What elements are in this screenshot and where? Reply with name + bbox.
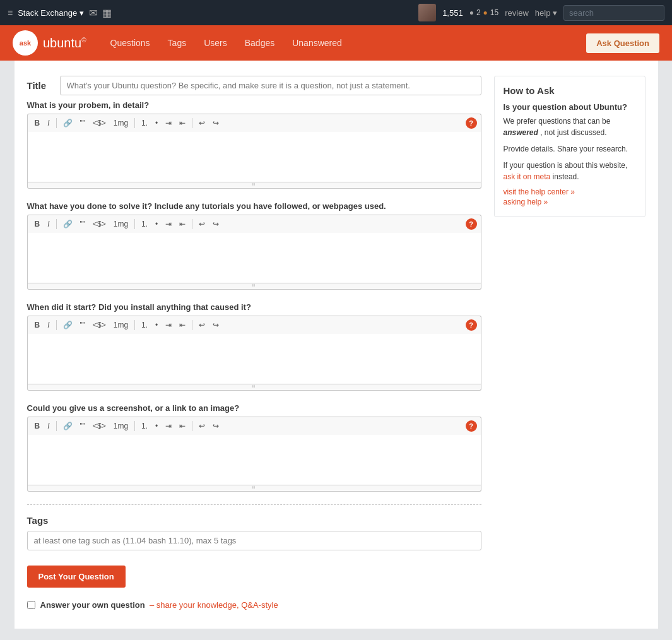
help-button-2[interactable]: ? (466, 218, 477, 230)
italic-button-1[interactable]: I (44, 117, 52, 129)
stack-exchange-switcher[interactable]: Stack Exchange ▾ (18, 8, 84, 18)
redo-button-1[interactable]: ↪ (209, 117, 222, 129)
review-link[interactable]: review (505, 8, 529, 18)
editor-toolbar-4: B I 🔗 "" <$> 1mg 1. • ⇥ ⇤ ↩ ↪ ? (27, 417, 481, 435)
link-button-4[interactable]: 🔗 (60, 420, 76, 432)
redo-button-3[interactable]: ↪ (209, 319, 222, 331)
code-button-1[interactable]: <$> (90, 117, 109, 129)
undo-button-2[interactable]: ↩ (196, 218, 208, 230)
problem-detail-section: What is your probem, in detail? B I 🔗 ""… (27, 100, 481, 189)
editor-resize-4[interactable]: ⠿ (27, 485, 481, 492)
ol-button-1[interactable]: 1. (138, 117, 151, 129)
silver-badge-count: 2 (476, 8, 481, 17)
link-button-3[interactable]: 🔗 (60, 319, 76, 331)
asking-help-link[interactable]: asking help » (504, 198, 636, 206)
ul-button-4[interactable]: • (152, 420, 161, 432)
nav-badges[interactable]: Badges (236, 25, 283, 61)
code-button-4[interactable]: <$> (90, 420, 109, 432)
section4-label: Could you give us a screenshot, or a lin… (27, 403, 481, 413)
nav-questions[interactable]: Questions (102, 25, 159, 61)
ol-button-3[interactable]: 1. (138, 319, 151, 331)
blockquote-button-3[interactable]: "" (77, 319, 89, 331)
outdent-button-3[interactable]: ⇤ (176, 319, 189, 331)
separator (56, 219, 57, 229)
code-button-2[interactable]: <$> (90, 218, 109, 230)
editor-resize-2[interactable]: ⠿ (27, 283, 481, 290)
user-reputation: 1,551 (442, 8, 463, 18)
italic-button-4[interactable]: I (44, 420, 52, 432)
indent-button-2[interactable]: ⇥ (162, 218, 175, 230)
user-badges: ● 2 ● 15 (469, 8, 499, 17)
help-button-4[interactable]: ? (466, 420, 477, 432)
avatar[interactable] (418, 4, 436, 21)
blockquote-button-1[interactable]: "" (77, 117, 89, 129)
how-to-ask-text3: If your question is about this website, … (504, 160, 636, 182)
editor-area-4[interactable] (27, 435, 481, 485)
help-link[interactable]: help ▾ (535, 8, 557, 18)
ol-button-2[interactable]: 1. (138, 218, 151, 230)
bold-button-1[interactable]: B (32, 117, 44, 129)
editor-area-1[interactable] (27, 132, 481, 182)
help-button-3[interactable]: ? (466, 319, 477, 331)
outdent-button-4[interactable]: ⇤ (176, 420, 189, 432)
site-logo[interactable]: ask (13, 30, 38, 56)
outdent-button-2[interactable]: ⇤ (176, 218, 189, 230)
link-button-1[interactable]: 🔗 (60, 117, 76, 129)
editor-area-3[interactable] (27, 334, 481, 384)
bronze-badge-count: 15 (490, 8, 498, 17)
help-button-1[interactable]: ? (466, 117, 477, 129)
title-input[interactable] (60, 76, 481, 95)
answer-own-qa-link[interactable]: – share your knowledge, Q&A-style (150, 600, 278, 610)
achievements-icon[interactable]: ▦ (102, 7, 112, 19)
redo-button-4[interactable]: ↪ (209, 420, 222, 432)
editor-area-2[interactable] (27, 233, 481, 283)
indent-button-3[interactable]: ⇥ (162, 319, 175, 331)
search-input[interactable] (563, 5, 664, 21)
link-button-2[interactable]: 🔗 (60, 218, 76, 230)
redo-button-2[interactable]: ↪ (209, 218, 222, 230)
editor-resize-3[interactable]: ⠿ (27, 384, 481, 391)
nav-unanswered[interactable]: Unanswered (283, 25, 351, 61)
bold-button-2[interactable]: B (32, 218, 44, 230)
nav-users[interactable]: Users (195, 25, 236, 61)
indent-button-1[interactable]: ⇥ (162, 117, 175, 129)
ul-button-2[interactable]: • (152, 218, 161, 230)
code-button-3[interactable]: <$> (90, 319, 109, 331)
help-center-link[interactable]: visit the help center » (504, 187, 636, 196)
inbox-icon[interactable]: ✉ (89, 7, 97, 19)
stack-exchange-arrow: ▾ (80, 8, 84, 18)
image-button-3[interactable]: 1mg (110, 319, 131, 331)
image-button-1[interactable]: 1mg (110, 117, 131, 129)
bronze-badge-icon: ● (483, 8, 488, 17)
top-bar-right: 1,551 ● 2 ● 15 review help ▾ (418, 4, 664, 21)
editor-resize-1[interactable]: ⠿ (27, 182, 481, 189)
nav-tags[interactable]: Tags (159, 25, 196, 61)
post-question-button[interactable]: Post Your Question (27, 566, 126, 588)
undo-button-4[interactable]: ↩ (196, 420, 208, 432)
meta-link[interactable]: ask it on meta (504, 172, 551, 181)
tags-label: Tags (27, 515, 481, 526)
editor-toolbar-1: B I 🔗 "" <$> 1mg 1. • ⇥ ⇤ ↩ ↪ ? (27, 114, 481, 132)
ul-button-1[interactable]: • (152, 117, 161, 129)
answer-own-checkbox[interactable] (27, 601, 35, 609)
image-button-4[interactable]: 1mg (110, 420, 131, 432)
ask-question-button[interactable]: Ask Question (586, 33, 659, 53)
ol-button-4[interactable]: 1. (138, 420, 151, 432)
outdent-button-1[interactable]: ⇤ (176, 117, 189, 129)
tags-section: Tags (27, 515, 481, 550)
bold-button-3[interactable]: B (32, 319, 44, 331)
editor-toolbar-2: B I 🔗 "" <$> 1mg 1. • ⇥ ⇤ ↩ ↪ ? (27, 215, 481, 233)
undo-button-1[interactable]: ↩ (196, 117, 208, 129)
page-content: Title What is your probem, in detail? B … (15, 61, 658, 625)
italic-button-3[interactable]: I (44, 319, 52, 331)
bold-button-4[interactable]: B (32, 420, 44, 432)
tags-input[interactable] (27, 531, 481, 550)
page-wrapper: Title What is your probem, in detail? B … (15, 61, 658, 629)
ul-button-3[interactable]: • (152, 319, 161, 331)
indent-button-4[interactable]: ⇥ (162, 420, 175, 432)
undo-button-3[interactable]: ↩ (196, 319, 208, 331)
blockquote-button-4[interactable]: "" (77, 420, 89, 432)
image-button-2[interactable]: 1mg (110, 218, 131, 230)
blockquote-button-2[interactable]: "" (77, 218, 89, 230)
italic-button-2[interactable]: I (44, 218, 52, 230)
